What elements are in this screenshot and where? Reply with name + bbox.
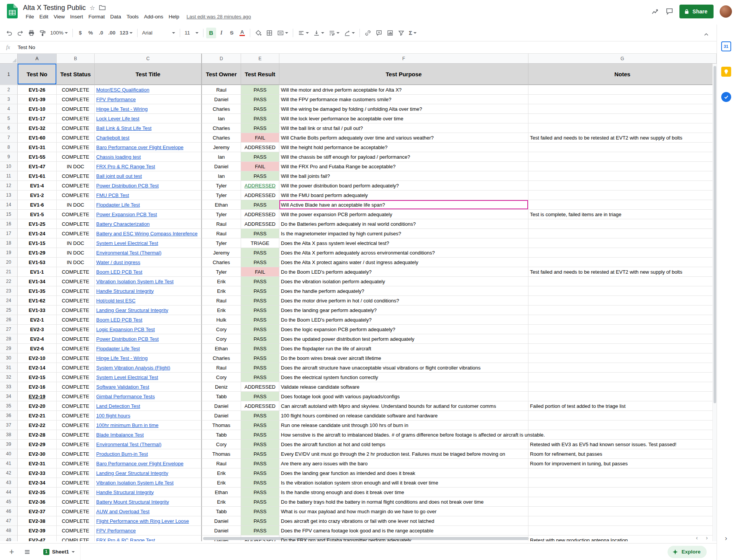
cell-G11[interactable] xyxy=(528,171,717,181)
cell-B44[interactable]: COMPLETE xyxy=(57,488,95,497)
cell-F40[interactable]: Every EV/DV unit must go through the 2 h… xyxy=(279,449,528,459)
menu-view[interactable]: View xyxy=(51,13,67,20)
cell-D12[interactable]: Tyler xyxy=(202,181,241,190)
header-cell-A1[interactable]: Test No xyxy=(18,64,57,85)
row-header-49[interactable]: 49 xyxy=(0,535,18,541)
cell-D4[interactable]: Charles xyxy=(202,104,241,114)
cell-G5[interactable] xyxy=(528,114,717,123)
cell-B12[interactable]: COMPLETE xyxy=(57,181,95,190)
cell-E35[interactable]: ADDRESSED xyxy=(241,401,279,411)
cell-B14[interactable]: IN DOC xyxy=(57,200,95,210)
add-sheet-button[interactable]: + xyxy=(9,548,14,556)
increase-decimal-icon[interactable]: .00 xyxy=(107,28,118,38)
row-header-20[interactable]: 20 xyxy=(0,258,18,267)
document-title[interactable]: Alta X Testing Public xyxy=(23,4,86,12)
cell-B19[interactable]: IN DOC xyxy=(57,248,95,258)
cell-B11[interactable]: COMPLETE xyxy=(57,171,95,181)
cell-B41[interactable]: COMPLETE xyxy=(57,459,95,468)
cell-F37[interactable]: Run one release candidate unit through 1… xyxy=(279,420,528,430)
cell-F16[interactable]: Do the Batteries perform adequately in r… xyxy=(279,219,528,229)
cell-A45[interactable]: EV2-36 xyxy=(18,497,57,507)
cell-D31[interactable]: Raul xyxy=(202,363,241,373)
insert-chart-icon[interactable] xyxy=(385,28,395,38)
cell-D9[interactable]: Ian xyxy=(202,152,241,162)
cell-D47[interactable]: Daniel xyxy=(202,516,241,526)
cell-G25[interactable] xyxy=(528,305,717,315)
cell-B6[interactable]: COMPLETE xyxy=(57,123,95,133)
row-header-28[interactable]: 28 xyxy=(0,334,18,344)
tasks-icon[interactable] xyxy=(721,92,731,102)
cell-C7[interactable]: Charliebolt test xyxy=(95,133,202,143)
cell-D35[interactable]: Daniel xyxy=(202,401,241,411)
cell-E33[interactable]: ADDRESSED xyxy=(241,382,279,392)
cell-F18[interactable]: Does the Alta X pass system level electr… xyxy=(279,238,528,248)
merge-cells-icon[interactable] xyxy=(275,28,290,38)
cell-A5[interactable]: EV1-17 xyxy=(18,114,57,123)
row-header-5[interactable]: 5 xyxy=(0,114,18,123)
cell-A24[interactable]: EV1-62 xyxy=(18,296,57,305)
column-header-d[interactable]: D xyxy=(202,54,241,64)
cell-C9[interactable]: Chassis loading test xyxy=(95,152,202,162)
cell-B35[interactable]: COMPLETE xyxy=(57,401,95,411)
cell-B31[interactable]: COMPLETE xyxy=(57,363,95,373)
cell-D14[interactable]: Ethan xyxy=(202,200,241,210)
cell-G3[interactable] xyxy=(528,95,717,104)
cell-C4[interactable]: Hinge Life Test - Wiring xyxy=(95,104,202,114)
cell-D6[interactable]: Charles xyxy=(202,123,241,133)
text-rotation-icon[interactable] xyxy=(342,28,357,38)
menu-help[interactable]: Help xyxy=(166,13,182,20)
cell-C35[interactable]: Land Detection Test xyxy=(95,401,202,411)
text-wrap-icon[interactable] xyxy=(326,28,341,38)
sheets-logo-icon[interactable] xyxy=(7,4,18,18)
cell-F4[interactable]: Will the wiring be damaged by folding / … xyxy=(279,104,528,114)
cell-E36[interactable]: PASS xyxy=(241,411,279,420)
cell-G43[interactable] xyxy=(528,478,717,488)
cell-G20[interactable] xyxy=(528,258,717,267)
zoom-select[interactable]: 100% xyxy=(48,28,70,38)
cell-A40[interactable]: EV2-30 xyxy=(18,449,57,459)
cell-G28[interactable] xyxy=(528,334,717,344)
cell-D26[interactable]: Hulk xyxy=(202,315,241,325)
row-header-11[interactable]: 11 xyxy=(0,171,18,181)
row-header-21[interactable]: 21 xyxy=(0,267,18,277)
cell-C17[interactable]: Battery and ESC Wiring Compass Interefen… xyxy=(95,229,202,238)
cell-C24[interactable]: Hot/cold test ESC xyxy=(95,296,202,305)
cell-D36[interactable]: Daniel xyxy=(202,411,241,420)
cell-B30[interactable]: COMPLETE xyxy=(57,353,95,363)
move-folder-icon[interactable] xyxy=(99,5,106,11)
cell-E13[interactable]: ADDRESSED xyxy=(241,190,279,200)
cell-F34[interactable]: Does footage look good with various payl… xyxy=(279,392,528,401)
cell-C22[interactable]: Vibration Isolation System Life Test xyxy=(95,277,202,286)
cell-A47[interactable]: EV2-38 xyxy=(18,516,57,526)
row-header-2[interactable]: 2 xyxy=(0,85,18,95)
cell-C3[interactable]: FPV Performance xyxy=(95,95,202,104)
cell-A49[interactable]: EV2-47 xyxy=(18,535,57,541)
cell-C39[interactable]: Environmental Test (Thermal) xyxy=(95,440,202,449)
cell-G34[interactable] xyxy=(528,392,717,401)
cell-D19[interactable]: Jeremy xyxy=(202,248,241,258)
cell-F17[interactable]: Is the magnetometer impacted by high cur… xyxy=(279,229,528,238)
cell-A42[interactable]: EV2-33 xyxy=(18,468,57,478)
cell-B47[interactable]: COMPLETE xyxy=(57,516,95,526)
cell-C44[interactable]: Handle Structural Integrity xyxy=(95,488,202,497)
cell-A37[interactable]: EV2-22 xyxy=(18,420,57,430)
cell-A32[interactable]: EV2-15 xyxy=(18,373,57,382)
cell-D48[interactable]: Daniel xyxy=(202,526,241,535)
cell-A23[interactable]: EV1-35 xyxy=(18,286,57,296)
cell-A31[interactable]: EV2-14 xyxy=(18,363,57,373)
cell-A29[interactable]: EV2-6 xyxy=(18,344,57,353)
menu-insert[interactable]: Insert xyxy=(67,13,86,20)
cell-D13[interactable]: Tyler xyxy=(202,190,241,200)
cell-D46[interactable]: Tabb xyxy=(202,507,241,516)
cell-E47[interactable]: PASS xyxy=(241,516,279,526)
cell-F27[interactable]: Does the logic expansion PCB perform ade… xyxy=(279,325,528,334)
cell-C2[interactable]: Motor/ESC Qualification xyxy=(95,85,202,95)
cell-E48[interactable]: PASS xyxy=(241,526,279,535)
cell-A2[interactable]: EV1-26 xyxy=(18,85,57,95)
activity-chart-icon[interactable] xyxy=(651,8,660,15)
cell-C26[interactable]: Boom LED PCB Test xyxy=(95,315,202,325)
cell-A46[interactable]: EV2-37 xyxy=(18,507,57,516)
comment-history-icon[interactable] xyxy=(666,8,673,15)
row-header-36[interactable]: 36 xyxy=(0,411,18,420)
row-header-43[interactable]: 43 xyxy=(0,478,18,488)
